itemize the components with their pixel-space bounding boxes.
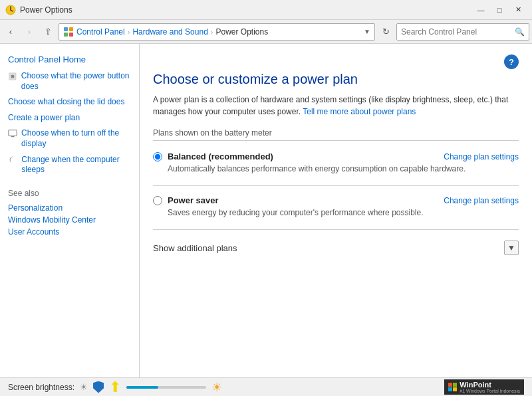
control-panel-home-link[interactable]: Control Panel Home: [0, 50, 139, 68]
sidebar-sleep-label: Change when the computer sleeps: [21, 155, 131, 175]
learn-more-link[interactable]: Tell me more about power plans: [303, 107, 416, 116]
sleep-icon: [8, 155, 17, 165]
search-input[interactable]: [401, 27, 515, 37]
svg-rect-2: [69, 27, 73, 31]
sidebar-display-label: Choose when to turn off the display: [21, 128, 131, 149]
control-panel-icon: [63, 27, 74, 37]
titlebar: Power Options — □ ✕: [0, 0, 532, 20]
page-title: Choose or customize a power plan: [153, 72, 519, 87]
svg-rect-1: [64, 27, 68, 31]
sidebar-item-create-plan[interactable]: Create a power plan: [0, 110, 139, 126]
show-additional-label: Show additional plans: [153, 243, 504, 253]
brightness-sun-low-icon: ☀: [80, 382, 88, 392]
svg-rect-7: [9, 130, 17, 136]
sidebar-item-sleep[interactable]: Change when the computer sleeps: [0, 152, 139, 178]
user-accounts-link[interactable]: User Accounts: [8, 226, 131, 238]
navigation-bar: ‹ › ⇧ Control Panel › Hardware and Sound…: [0, 20, 532, 44]
back-button[interactable]: ‹: [3, 24, 19, 40]
see-also-section: See also Personalization Windows Mobilit…: [0, 189, 139, 238]
breadcrumb-power-options: Power Options: [215, 27, 268, 37]
bottom-bar: Screen brightness: ☀ ⬆ ☀ WinPoint #1 Win…: [0, 377, 532, 396]
main-container: Control Panel Home Choose what the power…: [0, 44, 532, 377]
sidebar-item-lid[interactable]: Choose what closing the lid does: [0, 94, 139, 110]
winpoint-text: WinPoint #1 Windows Portal Indonesia: [460, 381, 520, 393]
winpoint-box: WinPoint #1 Windows Portal Indonesia: [444, 379, 524, 395]
additional-plans-divider: [153, 229, 519, 230]
window-controls: — □ ✕: [472, 3, 527, 17]
sidebar: Control Panel Home Choose what the power…: [0, 44, 140, 377]
personalization-link[interactable]: Personalization: [8, 202, 131, 214]
balanced-settings-link[interactable]: Change plan settings: [444, 152, 519, 161]
balanced-plan-desc: Automatically balances performance with …: [168, 164, 519, 173]
maximize-button[interactable]: □: [491, 3, 508, 17]
breadcrumb-control-panel[interactable]: Control Panel: [76, 27, 125, 37]
brightness-slider[interactable]: [126, 386, 206, 389]
sidebar-item-power-button[interactable]: Choose what the power button does: [0, 68, 139, 94]
show-additional-plans[interactable]: Show additional plans ▼: [153, 235, 519, 260]
power-saver-plan-desc: Saves energy by reducing your computer's…: [168, 208, 519, 217]
minimize-button[interactable]: —: [472, 3, 489, 17]
svg-rect-4: [69, 33, 73, 37]
close-button[interactable]: ✕: [509, 3, 527, 17]
see-also-label: See also: [8, 189, 131, 198]
power-saver-settings-link[interactable]: Change plan settings: [444, 196, 519, 205]
search-box[interactable]: 🔍: [396, 23, 529, 41]
svg-rect-8: [11, 136, 14, 138]
breadcrumb-hardware-sound[interactable]: Hardware and Sound: [132, 27, 207, 37]
up-button[interactable]: ⇧: [40, 24, 56, 40]
forward-button: ›: [21, 24, 37, 40]
content-area: ? Choose or customize a power plan A pow…: [140, 44, 532, 377]
app-icon: [5, 5, 16, 15]
brightness-sun-high-icon: ☀: [211, 380, 222, 395]
show-plans-chevron-icon[interactable]: ▼: [504, 241, 519, 255]
address-dropdown-arrow[interactable]: ▼: [364, 28, 370, 35]
sidebar-create-plan-label: Create a power plan: [8, 113, 80, 124]
plan-divider: [153, 185, 519, 186]
help-button[interactable]: ?: [504, 54, 519, 69]
search-icon[interactable]: 🔍: [515, 27, 525, 37]
balanced-plan-name: Balanced (recommended): [168, 151, 444, 161]
content-description: A power plan is a collection of hardware…: [153, 94, 519, 118]
sidebar-lid-label: Choose what closing the lid does: [8, 97, 124, 108]
sidebar-power-button-label: Choose what the power button does: [21, 71, 131, 92]
brightness-label: Screen brightness:: [8, 383, 74, 392]
display-icon: [8, 128, 17, 139]
svg-point-6: [11, 74, 14, 78]
power-saver-plan-header: Power saver Change plan settings: [153, 195, 519, 205]
balanced-radio[interactable]: [153, 152, 162, 161]
power-saver-radio[interactable]: [153, 196, 162, 205]
sidebar-item-turn-off-display[interactable]: Choose when to turn off the display: [0, 126, 139, 151]
mobility-center-link[interactable]: Windows Mobility Center: [8, 214, 131, 226]
winpoint-logo: WinPoint #1 Windows Portal Indonesia: [444, 379, 524, 395]
uac-shield-icon: [93, 381, 104, 393]
battery-meter-label: Plans shown on the battery meter: [153, 128, 519, 141]
brightness-fill: [126, 386, 158, 389]
window-title: Power Options: [20, 5, 472, 15]
svg-rect-3: [64, 33, 68, 37]
balanced-plan-item: Balanced (recommended) Change plan setti…: [153, 148, 519, 177]
power-saver-plan-item: Power saver Change plan settings Saves e…: [153, 191, 519, 221]
refresh-button[interactable]: ↻: [378, 23, 394, 41]
brightness-cursor-icon: ⬆: [109, 380, 121, 395]
windows-logo-icon: [448, 383, 457, 391]
power-button-icon: [8, 71, 17, 82]
power-saver-plan-name: Power saver: [168, 195, 444, 205]
balanced-plan-header: Balanced (recommended) Change plan setti…: [153, 151, 519, 161]
address-bar: Control Panel › Hardware and Sound › Pow…: [59, 23, 375, 41]
